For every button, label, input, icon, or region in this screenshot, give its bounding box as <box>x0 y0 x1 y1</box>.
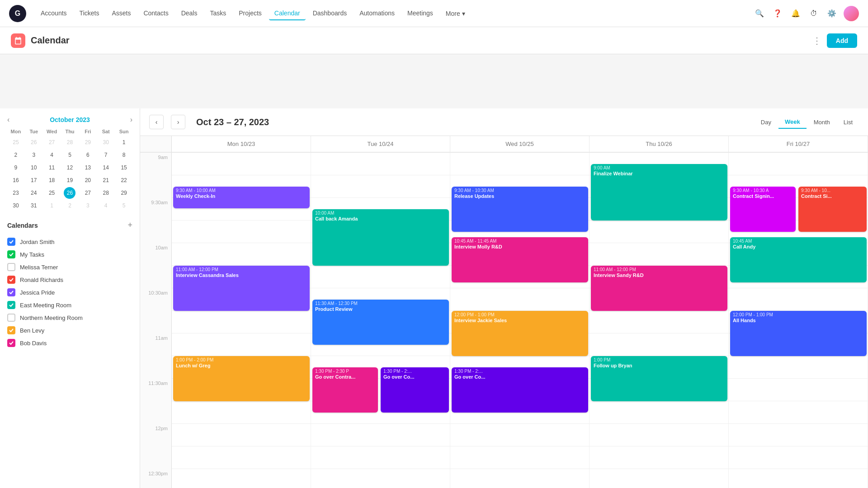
settings-icon[interactable]: ⚙️ <box>826 7 838 20</box>
event-product-review[interactable]: 11:30 AM - 12:30 PM Product Review <box>312 300 449 345</box>
event-follow-up-bryan[interactable]: 1:00 PM Follow up Bryan <box>591 356 727 401</box>
mini-cal-day[interactable]: 28 <box>64 136 75 148</box>
mini-cal-day[interactable]: 27 <box>82 187 94 199</box>
add-calendar-button[interactable]: + <box>127 221 132 230</box>
calendar-checkbox[interactable] <box>7 238 15 246</box>
event-contract-signin[interactable]: 9:30 AM - 10:30 A Contract Signin... <box>730 187 796 232</box>
mini-cal-prev[interactable]: ‹ <box>7 116 9 124</box>
mini-cal-day[interactable]: 1 <box>46 200 58 211</box>
mini-cal-day[interactable]: 28 <box>100 187 112 199</box>
mini-cal-day[interactable]: 18 <box>46 174 58 186</box>
mini-cal-day[interactable]: 4 <box>46 149 58 161</box>
calendar-checkbox[interactable] <box>7 250 15 258</box>
view-week-button[interactable]: Week <box>778 116 807 129</box>
mini-cal-day[interactable]: 25 <box>46 187 58 199</box>
app-logo[interactable]: G <box>9 5 26 22</box>
calendar-item[interactable]: East Meeting Room <box>7 299 132 311</box>
mini-cal-day[interactable]: 23 <box>10 187 22 199</box>
mini-cal-day[interactable]: 24 <box>28 187 40 199</box>
calendar-checkbox[interactable] <box>7 288 15 296</box>
mini-cal-day[interactable]: 13 <box>82 162 94 174</box>
mini-cal-day[interactable]: 26 <box>64 187 75 199</box>
view-day-button[interactable]: Day <box>755 116 778 129</box>
mini-cal-day[interactable]: 29 <box>82 136 94 148</box>
mini-cal-day[interactable]: 6 <box>82 149 94 161</box>
event-interview-sandy[interactable]: 11:00 AM - 12:00 PM Interview Sandy R&D <box>591 266 727 311</box>
help-icon[interactable]: ❓ <box>771 7 784 20</box>
mini-cal-day[interactable]: 20 <box>82 174 94 186</box>
nav-accounts[interactable]: Accounts <box>35 7 72 20</box>
calendar-checkbox[interactable] <box>7 314 15 322</box>
nav-dashboards[interactable]: Dashboards <box>307 7 353 20</box>
event-go-over-co-wed[interactable]: 1:30 PM - 2:... Go over Co... <box>452 367 588 413</box>
mini-cal-day[interactable]: 3 <box>82 200 94 211</box>
mini-cal-day[interactable]: 29 <box>118 187 130 199</box>
calendar-item[interactable]: Ronald Richards <box>7 273 132 286</box>
calendar-checkbox[interactable] <box>7 276 15 284</box>
event-call-andy[interactable]: 10:45 AM Call Andy <box>730 237 867 282</box>
mini-cal-next[interactable]: › <box>130 116 132 124</box>
notifications-icon[interactable]: 🔔 <box>789 7 802 20</box>
calendar-item[interactable]: Ben Levy <box>7 324 132 337</box>
event-interview-jackie[interactable]: 12:00 PM - 1:00 PM Interview Jackie Sale… <box>452 311 588 356</box>
mini-cal-day[interactable]: 5 <box>64 149 75 161</box>
nav-meetings[interactable]: Meetings <box>402 7 439 20</box>
event-release-updates[interactable]: 9:30 AM - 10:30 AM Release Updates <box>452 187 588 232</box>
add-button[interactable]: Add <box>827 33 857 48</box>
mini-cal-day[interactable]: 21 <box>100 174 112 186</box>
event-go-over-contra-tue[interactable]: 1:30 PM - 2:30 P Go over Contra... <box>312 367 378 413</box>
calendar-item[interactable]: Northern Meeting Room <box>7 311 132 324</box>
mini-cal-day[interactable]: 26 <box>28 136 40 148</box>
calendar-item[interactable]: Jessica Pride <box>7 286 132 299</box>
nav-calendar[interactable]: Calendar <box>269 7 306 20</box>
mini-cal-day[interactable]: 30 <box>100 136 112 148</box>
mini-cal-day[interactable]: 27 <box>46 136 58 148</box>
nav-tickets[interactable]: Tickets <box>74 7 105 20</box>
view-month-button[interactable]: Month <box>807 116 836 129</box>
mini-cal-day[interactable]: 9 <box>10 162 22 174</box>
search-icon[interactable]: 🔍 <box>753 7 766 20</box>
event-weekly-checkin[interactable]: 9:30 AM - 10:00 AM Weekly Check-In <box>173 187 310 208</box>
mini-cal-day[interactable]: 17 <box>28 174 40 186</box>
nav-deals[interactable]: Deals <box>176 7 203 20</box>
nav-contacts[interactable]: Contacts <box>138 7 174 20</box>
mini-cal-day[interactable]: 10 <box>28 162 40 174</box>
event-interview-molly[interactable]: 10:45 AM - 11:45 AM Interview Molly R&D <box>452 237 588 282</box>
mini-cal-day[interactable]: 2 <box>10 149 22 161</box>
cal-scroll-area[interactable]: Mon 10/23 Tue 10/24 Wed 10/25 Thu 10/26 … <box>140 136 868 488</box>
calendar-checkbox[interactable] <box>7 301 15 309</box>
calendar-item[interactable]: Melissa Terner <box>7 261 132 273</box>
mini-cal-day[interactable]: 16 <box>10 174 22 186</box>
cal-next-button[interactable]: › <box>171 115 185 129</box>
calendar-checkbox[interactable] <box>7 339 15 347</box>
calendar-item[interactable]: My Tasks <box>7 248 132 261</box>
mini-cal-day[interactable]: 7 <box>100 149 112 161</box>
mini-cal-day[interactable]: 25 <box>10 136 22 148</box>
mini-cal-day[interactable]: 5 <box>118 200 130 211</box>
event-all-hands[interactable]: 12:00 PM - 1:00 PM All Hands <box>730 311 867 356</box>
mini-cal-day[interactable]: 3 <box>28 149 40 161</box>
mini-cal-day[interactable]: 1 <box>118 136 130 148</box>
mini-cal-day[interactable]: 22 <box>118 174 130 186</box>
nav-more[interactable]: More ▾ <box>440 7 471 20</box>
nav-tasks[interactable]: Tasks <box>204 7 231 20</box>
more-options-button[interactable]: ⋮ <box>812 35 821 46</box>
nav-projects[interactable]: Projects <box>233 7 267 20</box>
view-list-button[interactable]: List <box>837 116 859 129</box>
nav-assets[interactable]: Assets <box>106 7 136 20</box>
user-avatar[interactable] <box>844 6 859 21</box>
event-contract-si[interactable]: 9:30 AM - 10... Contract Si... <box>798 187 867 232</box>
calendar-item[interactable]: Jordan Smith <box>7 235 132 248</box>
nav-automations[interactable]: Automations <box>354 7 400 20</box>
event-lunch-greg[interactable]: 1:00 PM - 2:00 PM Lunch w/ Greg <box>173 356 310 401</box>
mini-cal-day[interactable]: 19 <box>64 174 75 186</box>
calendar-item[interactable]: Bob Davis <box>7 337 132 349</box>
mini-cal-day[interactable]: 8 <box>118 149 130 161</box>
calendar-checkbox[interactable] <box>7 263 15 271</box>
event-interview-cassandra[interactable]: 11:00 AM - 12:00 PM Interview Cassandra … <box>173 266 310 311</box>
event-call-back-amanda[interactable]: 10:00 AM Call back Amanda <box>312 209 449 266</box>
calendar-checkbox[interactable] <box>7 326 15 334</box>
cal-prev-button[interactable]: ‹ <box>149 115 164 129</box>
mini-cal-day[interactable]: 12 <box>64 162 75 174</box>
mini-cal-day[interactable]: 30 <box>10 200 22 211</box>
